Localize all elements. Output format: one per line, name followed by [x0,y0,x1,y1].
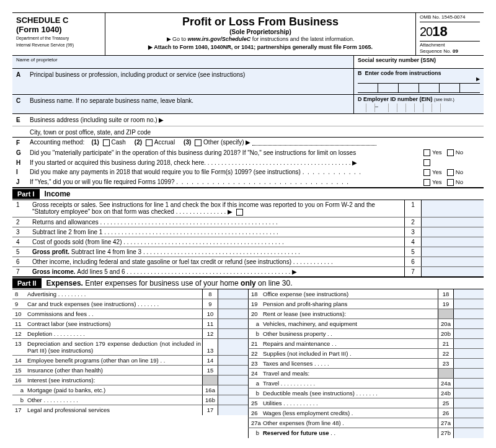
line-21-amount[interactable] [454,339,484,348]
line-e-city[interactable]: City, town or post office, state, and ZI… [30,126,484,137]
line-c-desc[interactable]: Business name. If no separate business n… [30,95,353,113]
line-2-amount[interactable] [422,217,484,227]
line-g: G Did you "materially participate" in th… [12,147,484,157]
line-a-desc[interactable]: Principal business or profession, includ… [30,69,353,94]
line-23-amount[interactable] [454,359,484,368]
line-16b-amount[interactable] [218,395,248,405]
line-5-amount[interactable] [422,247,484,257]
line-6-amount[interactable] [422,257,484,266]
irs-label: Internal Revenue Service (99) [16,43,101,48]
line-d-ein[interactable]: D Employer ID number (EIN) (see instr.) … [353,95,484,113]
g-no-checkbox[interactable] [447,149,454,156]
instruction-url: ▶ Go to www.irs.gov/ScheduleC for instru… [109,35,412,43]
tax-year: 2018 [420,24,480,40]
line-e-addr[interactable]: Business address (including suite or roo… [30,114,484,126]
line-i: I Did you make any payments in 2018 that… [12,167,484,177]
line-11-amount[interactable] [218,319,248,328]
line-3-amount[interactable] [422,227,484,237]
line-27b-amount [454,428,484,438]
line-25-amount[interactable] [454,398,484,408]
line-e-label: E [12,114,30,126]
line-7-amount[interactable] [422,267,484,276]
line-9-amount[interactable] [218,299,248,309]
line-4-amount[interactable] [422,237,484,247]
form-title: Profit or Loss From Business [109,15,412,29]
cash-checkbox[interactable] [103,139,110,146]
line-h: H If you started or acquired this busine… [12,157,484,167]
other-checkbox[interactable] [195,139,202,146]
line-10-amount[interactable] [218,309,248,318]
line-1-amount[interactable] [422,200,484,217]
line-20b-amount[interactable] [454,329,484,338]
dept-treasury: Department of the Treasury [16,36,101,41]
form-header: SCHEDULE C (Form 1040) Department of the… [12,12,484,56]
line-18-amount[interactable] [454,289,484,299]
name-of-proprietor-field[interactable]: Name of proprietor [12,56,353,68]
line-22-amount[interactable] [454,349,484,358]
line-27a-amount[interactable] [454,418,484,428]
omb-number: OMB No. 1545-0074 [420,14,480,22]
form-subtitle: (Sole Proprietorship) [109,29,412,35]
line-b-entercode[interactable]: B Enter code from instructions ▶ [353,69,484,94]
accrual-checkbox[interactable] [146,139,153,146]
j-yes-checkbox[interactable] [423,179,430,186]
form-number: (Form 1040) [16,25,101,34]
attach-instruction: ▶ Attach to Form 1040, 1040NR, or 1041; … [109,43,412,51]
ssn-field[interactable]: Social security number (SSN) [353,56,484,68]
line-c-label: C [12,95,30,113]
part-1-header: Part I Income [12,188,484,200]
line-a-label: A [12,69,30,94]
i-yes-checkbox[interactable] [423,169,430,176]
line-14-amount[interactable] [218,356,248,365]
part-2-header: Part II Expenses. Enter expenses for bus… [12,277,484,289]
g-yes-checkbox[interactable] [423,149,430,156]
h-checkbox[interactable] [423,159,430,166]
line-j: J If "Yes," did you or will you file req… [12,177,484,187]
line-15-amount[interactable] [218,366,248,375]
i-no-checkbox[interactable] [447,169,454,176]
line-19-amount[interactable] [454,299,484,309]
line-1-checkbox[interactable] [236,209,243,216]
schedule-c-form: SCHEDULE C (Form 1040) Department of the… [12,12,484,438]
line-1: 1 Gross receipts or sales. See instructi… [12,200,484,217]
line-8-amount[interactable] [218,289,248,299]
line-26-amount[interactable] [454,408,484,418]
line-24a-amount[interactable] [454,379,484,388]
schedule-label: SCHEDULE C [16,15,101,25]
line-12-amount[interactable] [218,329,248,338]
line-17-amount[interactable] [218,405,248,415]
j-no-checkbox[interactable] [447,179,454,186]
line-16a-amount[interactable] [218,385,248,395]
line-20a-amount[interactable] [454,319,484,328]
expenses-grid: 8Advertising . . . . . . . . .8 9Car and… [12,289,484,438]
line-24b-amount[interactable] [454,389,484,398]
line-f: F Accounting method: (1) Cash (2) Accrua… [12,138,484,147]
line-13-amount[interactable] [218,339,248,355]
